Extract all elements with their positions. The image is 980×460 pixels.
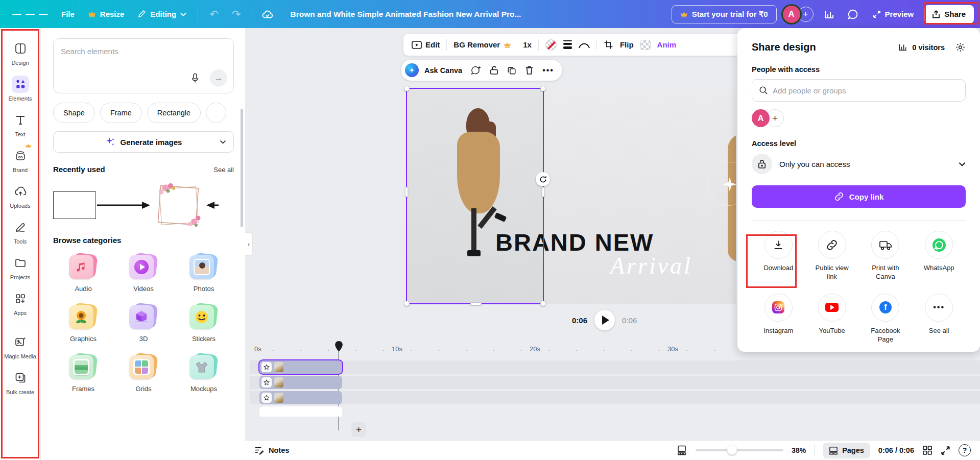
sidebar-item-design[interactable]: Design (2, 35, 39, 71)
curve-line-icon[interactable] (579, 41, 590, 49)
animate-button[interactable]: Anim (657, 40, 677, 49)
add-people-input[interactable] (773, 86, 959, 95)
start-trial-button[interactable]: Start your trial for ₹0 (672, 5, 777, 23)
flip-button[interactable]: Flip (620, 40, 634, 49)
redo-button[interactable]: ↷ (226, 4, 247, 25)
search-submit-button[interactable]: → (210, 69, 227, 87)
trash-icon[interactable] (525, 65, 534, 75)
avatar[interactable]: A (752, 109, 770, 127)
share-option-download[interactable]: Download (752, 231, 805, 281)
timeline-track[interactable] (250, 391, 980, 404)
timeline-clip-1[interactable] (259, 360, 342, 374)
add-member-button[interactable]: + (798, 7, 814, 22)
category-grids[interactable]: Grids (129, 353, 158, 393)
editing-mode-dropdown[interactable]: Editing (131, 6, 193, 22)
play-button[interactable] (594, 310, 615, 330)
visitors-button[interactable]: 0 visitors (898, 43, 945, 52)
see-all-link[interactable]: See all (213, 166, 234, 174)
timeline-track[interactable] (250, 360, 980, 374)
add-comment-icon[interactable] (471, 66, 481, 75)
recent-arrow-element[interactable] (96, 201, 151, 209)
category-videos[interactable]: Videos (129, 253, 158, 293)
sidebar-item-apps[interactable]: Apps (2, 285, 39, 321)
zoom-slider[interactable] (696, 449, 783, 451)
share-option-print-with-canva[interactable]: Print with Canva (859, 231, 913, 281)
search-input[interactable] (54, 39, 216, 64)
playback-speed-button[interactable]: 1x (523, 40, 532, 49)
pages-button[interactable]: Pages (823, 443, 870, 458)
chip-rectangle[interactable]: Rectangle (147, 103, 201, 123)
recent-rectangle-element[interactable] (53, 191, 96, 219)
share-option-see-all[interactable]: ••• See all (912, 294, 966, 344)
timeline-clip-3[interactable] (259, 391, 342, 404)
comments-button[interactable] (843, 5, 863, 24)
sidebar-item-magic-media[interactable]: Magic Media (2, 329, 39, 365)
grid-view-icon[interactable] (922, 445, 933, 455)
panel-scrollbar[interactable] (241, 109, 243, 227)
stroke-weight-icon[interactable] (563, 40, 572, 49)
timeline-track[interactable] (250, 406, 980, 420)
edit-button[interactable]: Edit (412, 40, 440, 49)
help-button[interactable]: ? (959, 444, 971, 456)
notes-button[interactable]: Notes (254, 446, 289, 455)
share-option-youtube[interactable]: YouTube (805, 294, 859, 344)
sidebar-item-bulk-create[interactable]: Bulk create (2, 365, 39, 400)
avatar[interactable]: A (783, 6, 800, 23)
insights-button[interactable] (820, 5, 839, 23)
fullscreen-icon[interactable] (941, 446, 950, 455)
chip-shape[interactable]: Shape (53, 103, 95, 123)
share-settings-button[interactable] (955, 42, 966, 53)
design-script-text[interactable]: Arrival (610, 252, 692, 279)
sidebar-item-tools[interactable]: Tools (2, 214, 39, 250)
timeline-clip-2[interactable] (259, 376, 342, 389)
voice-search-button[interactable] (186, 69, 204, 87)
panel-collapse-button[interactable]: ‹ (245, 232, 253, 256)
duplicate-icon[interactable] (507, 66, 516, 75)
copy-link-button[interactable]: Copy link (752, 185, 966, 208)
timeline-track[interactable] (250, 376, 980, 389)
recent-floral-frame-element[interactable] (151, 182, 204, 229)
category-graphics[interactable]: Graphics (69, 303, 98, 343)
more-options-icon[interactable]: ••• (542, 66, 554, 75)
playhead[interactable] (335, 341, 343, 352)
sidebar-item-elements[interactable]: Elements (2, 71, 39, 107)
sidebar-item-text[interactable]: Text (2, 107, 39, 142)
add-page-button[interactable]: + (351, 422, 366, 437)
access-level-dropdown[interactable]: Only you can access (752, 154, 966, 174)
sidebar-item-uploads[interactable]: Uploads (2, 178, 39, 214)
category-stickers[interactable]: Stickers (189, 303, 218, 343)
category-mockups[interactable]: Mockups (189, 353, 218, 393)
view-mode-icon[interactable] (676, 445, 687, 455)
crop-icon[interactable] (604, 40, 613, 50)
unlock-icon[interactable] (490, 65, 498, 75)
file-button[interactable]: File (55, 6, 81, 22)
generate-images-button[interactable]: Generate images (53, 131, 234, 153)
zoom-level[interactable]: 38% (792, 446, 806, 454)
zoom-slider-knob[interactable] (727, 445, 737, 455)
sidebar-item-projects[interactable]: Projects (2, 250, 39, 285)
ask-canva-button[interactable]: Ask Canva (424, 66, 462, 75)
preview-button[interactable]: Preview (867, 6, 920, 22)
chip-partial[interactable] (206, 103, 226, 123)
chip-frame[interactable]: Frame (100, 103, 142, 123)
sidebar-item-brand[interactable]: co Brand (2, 142, 39, 178)
category-frames[interactable]: Frames (69, 353, 98, 393)
recent-arrow-partial-element[interactable] (205, 201, 219, 209)
transparency-icon[interactable] (640, 40, 651, 50)
share-option-instagram[interactable]: Instagram (752, 294, 805, 344)
share-option-facebook-page[interactable]: f Facebook Page (859, 294, 913, 344)
undo-button[interactable]: ↶ (203, 4, 225, 25)
menu-button[interactable] (6, 8, 54, 21)
design-photo-left[interactable] (406, 88, 544, 304)
no-color-swatch[interactable] (545, 39, 557, 51)
document-title[interactable]: Brown and White Simple Animated Fashion … (291, 10, 521, 19)
timeline-clip-4[interactable] (259, 406, 342, 417)
rotate-handle[interactable] (536, 172, 550, 186)
category-audio[interactable]: Audio (69, 253, 98, 293)
category-photos[interactable]: Photos (189, 253, 218, 293)
share-option-public-view-link[interactable]: Public view link (805, 231, 859, 281)
share-button[interactable]: Share (924, 5, 974, 23)
category-3d[interactable]: 3D (129, 303, 158, 343)
bg-remover-button[interactable]: BG Remover (453, 40, 511, 49)
ask-canva-icon[interactable] (405, 63, 419, 77)
